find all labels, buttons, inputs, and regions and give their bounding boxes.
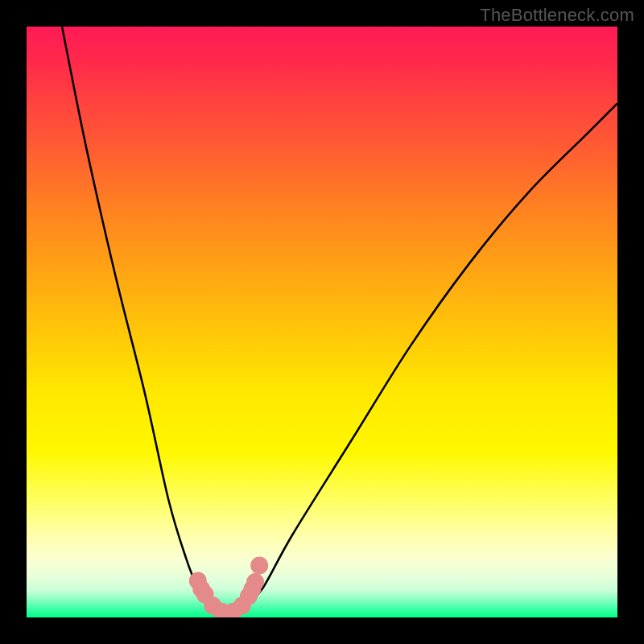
bottleneck-curve-line <box>62 27 617 616</box>
marker-group <box>189 556 268 617</box>
chart-plot-area <box>27 27 617 617</box>
data-marker <box>250 556 268 574</box>
data-marker <box>246 573 264 591</box>
chart-svg <box>27 27 617 617</box>
watermark-text: TheBottleneck.com <box>480 5 634 26</box>
